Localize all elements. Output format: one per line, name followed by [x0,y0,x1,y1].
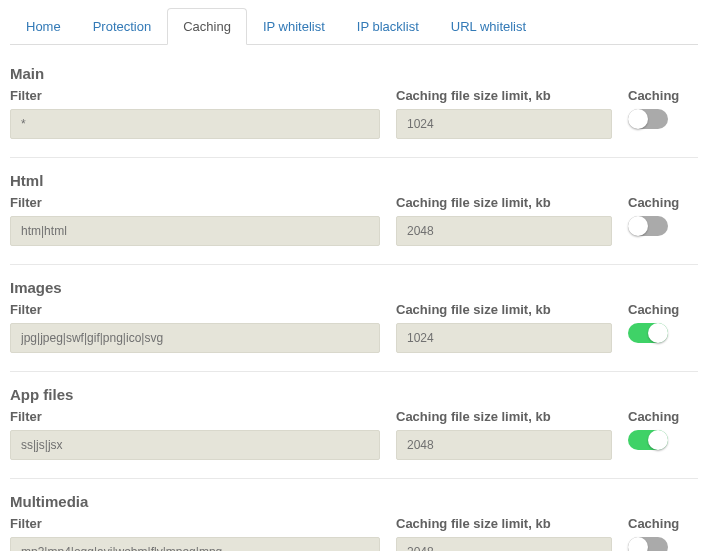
filter-label: Filter [10,195,380,210]
filter-label: Filter [10,409,380,424]
tab-ip-blacklist[interactable]: IP blacklist [341,8,435,45]
caching-label: Caching [628,409,688,424]
filter-input-main[interactable] [10,109,380,139]
tab-home[interactable]: Home [10,8,77,45]
tab-url-whitelist[interactable]: URL whitelist [435,8,542,45]
limit-label: Caching file size limit, kb [396,195,612,210]
section-multimedia: Multimedia Filter Caching file size limi… [10,493,698,551]
section-app-files: App files Filter Caching file size limit… [10,386,698,479]
tab-caching[interactable]: Caching [167,8,247,45]
section-title: App files [10,386,698,403]
section-title: Multimedia [10,493,698,510]
section-html: Html Filter Caching file size limit, kb … [10,172,698,265]
caching-toggle-images[interactable] [628,323,668,343]
caching-label: Caching [628,516,688,531]
section-title: Images [10,279,698,296]
caching-label: Caching [628,88,688,103]
caching-toggle-appfiles[interactable] [628,430,668,450]
filter-input-appfiles[interactable] [10,430,380,460]
filter-input-html[interactable] [10,216,380,246]
limit-label: Caching file size limit, kb [396,88,612,103]
limit-input-multimedia[interactable] [396,537,612,551]
section-title: Main [10,65,698,82]
limit-input-main[interactable] [396,109,612,139]
section-main: Main Filter Caching file size limit, kb … [10,65,698,158]
caching-label: Caching [628,195,688,210]
tab-ip-whitelist[interactable]: IP whitelist [247,8,341,45]
section-title: Html [10,172,698,189]
limit-input-appfiles[interactable] [396,430,612,460]
tab-protection[interactable]: Protection [77,8,168,45]
limit-label: Caching file size limit, kb [396,409,612,424]
section-images: Images Filter Caching file size limit, k… [10,279,698,372]
caching-toggle-multimedia[interactable] [628,537,668,551]
tabs-bar: Home Protection Caching IP whitelist IP … [10,8,698,45]
filter-label: Filter [10,302,380,317]
caching-label: Caching [628,302,688,317]
limit-input-html[interactable] [396,216,612,246]
limit-label: Caching file size limit, kb [396,302,612,317]
filter-input-multimedia[interactable] [10,537,380,551]
filter-label: Filter [10,88,380,103]
filter-label: Filter [10,516,380,531]
caching-toggle-main[interactable] [628,109,668,129]
caching-toggle-html[interactable] [628,216,668,236]
limit-label: Caching file size limit, kb [396,516,612,531]
filter-input-images[interactable] [10,323,380,353]
limit-input-images[interactable] [396,323,612,353]
